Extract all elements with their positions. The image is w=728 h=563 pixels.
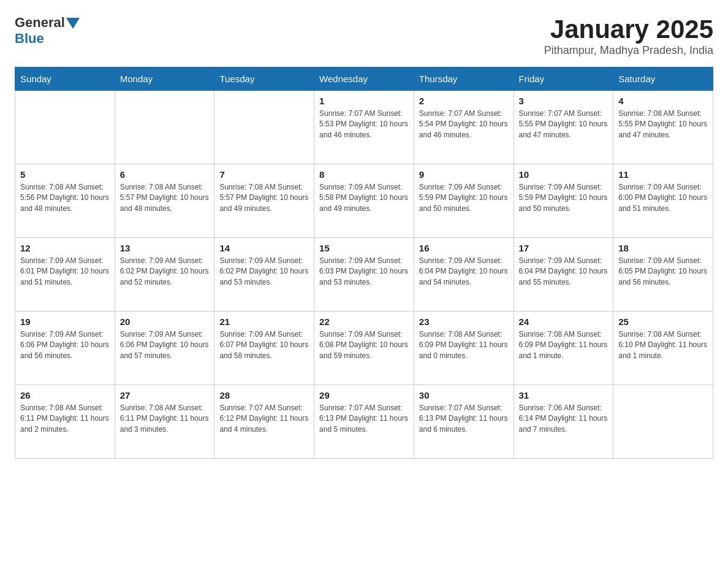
day-number: 23 xyxy=(419,316,509,327)
day-of-week-header: Tuesday xyxy=(214,67,314,91)
page-header: General Blue January 2025 Pithampur, Mad… xyxy=(15,15,713,57)
day-number: 11 xyxy=(618,169,708,180)
calendar-week-row: 1Sunrise: 7:07 AM Sunset: 5:53 PM Daylig… xyxy=(15,91,713,164)
day-info: Sunrise: 7:09 AM Sunset: 6:03 PM Dayligh… xyxy=(319,256,409,288)
day-info: Sunrise: 7:09 AM Sunset: 6:04 PM Dayligh… xyxy=(419,256,509,288)
calendar-day-cell: 22Sunrise: 7:09 AM Sunset: 6:08 PM Dayli… xyxy=(314,312,414,385)
calendar-week-row: 19Sunrise: 7:09 AM Sunset: 6:06 PM Dayli… xyxy=(15,312,713,385)
day-number: 29 xyxy=(319,390,409,400)
calendar-day-cell: 15Sunrise: 7:09 AM Sunset: 6:03 PM Dayli… xyxy=(314,238,414,312)
day-info: Sunrise: 7:08 AM Sunset: 6:11 PM Dayligh… xyxy=(20,403,110,435)
day-number: 24 xyxy=(519,316,609,327)
day-number: 26 xyxy=(20,390,110,400)
calendar-day-cell: 2Sunrise: 7:07 AM Sunset: 5:54 PM Daylig… xyxy=(414,91,514,164)
calendar-day-cell: 13Sunrise: 7:09 AM Sunset: 6:02 PM Dayli… xyxy=(115,238,214,312)
day-info: Sunrise: 7:07 AM Sunset: 5:53 PM Dayligh… xyxy=(319,109,409,140)
calendar-day-cell: 16Sunrise: 7:09 AM Sunset: 6:04 PM Dayli… xyxy=(414,238,514,312)
calendar-week-row: 12Sunrise: 7:09 AM Sunset: 6:01 PM Dayli… xyxy=(15,238,713,312)
day-info: Sunrise: 7:09 AM Sunset: 6:08 PM Dayligh… xyxy=(319,329,409,361)
calendar-day-cell: 4Sunrise: 7:08 AM Sunset: 5:55 PM Daylig… xyxy=(613,91,713,164)
day-number: 21 xyxy=(219,316,309,327)
calendar-day-cell: 19Sunrise: 7:09 AM Sunset: 6:06 PM Dayli… xyxy=(15,312,115,385)
day-info: Sunrise: 7:09 AM Sunset: 6:05 PM Dayligh… xyxy=(618,256,708,288)
calendar-table: SundayMondayTuesdayWednesdayThursdayFrid… xyxy=(15,67,713,459)
day-info: Sunrise: 7:09 AM Sunset: 5:59 PM Dayligh… xyxy=(519,182,609,214)
calendar-day-cell xyxy=(115,91,214,164)
day-info: Sunrise: 7:08 AM Sunset: 6:11 PM Dayligh… xyxy=(120,403,210,435)
day-info: Sunrise: 7:09 AM Sunset: 6:00 PM Dayligh… xyxy=(618,182,708,214)
day-number: 30 xyxy=(419,390,509,400)
day-info: Sunrise: 7:09 AM Sunset: 6:01 PM Dayligh… xyxy=(20,256,110,288)
calendar-week-row: 26Sunrise: 7:08 AM Sunset: 6:11 PM Dayli… xyxy=(15,385,713,459)
day-info: Sunrise: 7:08 AM Sunset: 5:57 PM Dayligh… xyxy=(120,182,210,214)
calendar-day-cell: 23Sunrise: 7:08 AM Sunset: 6:09 PM Dayli… xyxy=(414,312,514,385)
day-number: 12 xyxy=(20,243,110,253)
calendar-day-cell: 9Sunrise: 7:09 AM Sunset: 5:59 PM Daylig… xyxy=(414,164,514,238)
calendar-day-cell: 28Sunrise: 7:07 AM Sunset: 6:12 PM Dayli… xyxy=(214,385,314,459)
calendar-day-cell: 11Sunrise: 7:09 AM Sunset: 6:00 PM Dayli… xyxy=(613,164,713,238)
day-number: 1 xyxy=(319,96,409,106)
day-number: 22 xyxy=(319,316,409,327)
day-of-week-header: Sunday xyxy=(15,67,115,91)
calendar-day-cell: 20Sunrise: 7:09 AM Sunset: 6:06 PM Dayli… xyxy=(115,312,214,385)
day-info: Sunrise: 7:09 AM Sunset: 6:06 PM Dayligh… xyxy=(120,329,210,361)
day-info: Sunrise: 7:09 AM Sunset: 6:07 PM Dayligh… xyxy=(219,329,309,361)
calendar-day-cell: 1Sunrise: 7:07 AM Sunset: 5:53 PM Daylig… xyxy=(314,91,414,164)
day-of-week-header: Wednesday xyxy=(314,67,414,91)
calendar-day-cell: 6Sunrise: 7:08 AM Sunset: 5:57 PM Daylig… xyxy=(115,164,214,238)
day-number: 6 xyxy=(120,169,210,180)
day-number: 25 xyxy=(618,316,708,327)
calendar-day-cell xyxy=(613,385,713,459)
day-info: Sunrise: 7:08 AM Sunset: 6:10 PM Dayligh… xyxy=(618,329,708,361)
logo-general-text: General xyxy=(15,15,65,31)
calendar-day-cell: 12Sunrise: 7:09 AM Sunset: 6:01 PM Dayli… xyxy=(15,238,115,312)
day-info: Sunrise: 7:09 AM Sunset: 6:04 PM Dayligh… xyxy=(519,256,609,288)
day-number: 13 xyxy=(120,243,210,253)
logo: General Blue xyxy=(15,15,80,47)
day-number: 14 xyxy=(219,243,309,253)
day-number: 7 xyxy=(219,169,309,180)
calendar-day-cell xyxy=(214,91,314,164)
day-info: Sunrise: 7:09 AM Sunset: 6:06 PM Dayligh… xyxy=(20,329,110,361)
calendar-day-cell: 27Sunrise: 7:08 AM Sunset: 6:11 PM Dayli… xyxy=(115,385,214,459)
day-info: Sunrise: 7:09 AM Sunset: 5:58 PM Dayligh… xyxy=(319,182,409,214)
day-number: 15 xyxy=(319,243,409,253)
calendar-day-cell: 8Sunrise: 7:09 AM Sunset: 5:58 PM Daylig… xyxy=(314,164,414,238)
day-of-week-header: Friday xyxy=(514,67,613,91)
day-info: Sunrise: 7:07 AM Sunset: 5:54 PM Dayligh… xyxy=(419,109,509,140)
svg-marker-0 xyxy=(66,18,80,29)
day-number: 19 xyxy=(20,316,110,327)
day-of-week-header: Saturday xyxy=(613,67,713,91)
day-number: 5 xyxy=(20,169,110,180)
day-number: 17 xyxy=(519,243,609,253)
calendar-day-cell: 14Sunrise: 7:09 AM Sunset: 6:02 PM Dayli… xyxy=(214,238,314,312)
calendar-day-cell: 31Sunrise: 7:06 AM Sunset: 6:14 PM Dayli… xyxy=(514,385,613,459)
day-number: 28 xyxy=(219,390,309,400)
day-info: Sunrise: 7:08 AM Sunset: 5:57 PM Dayligh… xyxy=(219,182,309,214)
title-section: January 2025 Pithampur, Madhya Pradesh, … xyxy=(544,15,713,57)
day-info: Sunrise: 7:09 AM Sunset: 6:02 PM Dayligh… xyxy=(120,256,210,288)
day-info: Sunrise: 7:08 AM Sunset: 5:55 PM Dayligh… xyxy=(618,109,708,140)
month-title: January 2025 xyxy=(544,15,713,44)
calendar-day-cell: 25Sunrise: 7:08 AM Sunset: 6:10 PM Dayli… xyxy=(613,312,713,385)
day-number: 4 xyxy=(618,96,708,106)
day-number: 20 xyxy=(120,316,210,327)
day-info: Sunrise: 7:08 AM Sunset: 6:09 PM Dayligh… xyxy=(519,329,609,361)
day-info: Sunrise: 7:09 AM Sunset: 6:02 PM Dayligh… xyxy=(219,256,309,288)
location-label: Pithampur, Madhya Pradesh, India xyxy=(544,44,713,57)
calendar-day-cell: 29Sunrise: 7:07 AM Sunset: 6:13 PM Dayli… xyxy=(314,385,414,459)
day-info: Sunrise: 7:07 AM Sunset: 5:55 PM Dayligh… xyxy=(519,109,609,140)
calendar-day-cell: 21Sunrise: 7:09 AM Sunset: 6:07 PM Dayli… xyxy=(214,312,314,385)
day-info: Sunrise: 7:07 AM Sunset: 6:13 PM Dayligh… xyxy=(319,403,409,435)
day-number: 18 xyxy=(618,243,708,253)
calendar-header-row: SundayMondayTuesdayWednesdayThursdayFrid… xyxy=(15,67,713,91)
day-number: 8 xyxy=(319,169,409,180)
logo-blue-text: Blue xyxy=(15,31,44,46)
day-info: Sunrise: 7:08 AM Sunset: 5:56 PM Dayligh… xyxy=(20,182,110,214)
calendar-day-cell: 26Sunrise: 7:08 AM Sunset: 6:11 PM Dayli… xyxy=(15,385,115,459)
day-info: Sunrise: 7:09 AM Sunset: 5:59 PM Dayligh… xyxy=(419,182,509,214)
day-info: Sunrise: 7:07 AM Sunset: 6:12 PM Dayligh… xyxy=(219,403,309,435)
day-number: 10 xyxy=(519,169,609,180)
calendar-day-cell: 24Sunrise: 7:08 AM Sunset: 6:09 PM Dayli… xyxy=(514,312,613,385)
day-number: 16 xyxy=(419,243,509,253)
